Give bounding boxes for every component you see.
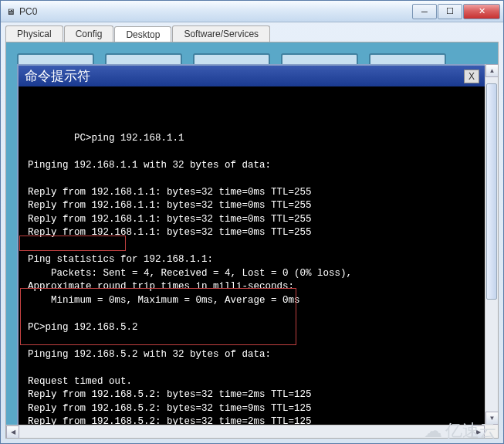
tab-desktop[interactable]: Desktop xyxy=(114,26,171,42)
watermark: ☁ 亿速云 xyxy=(424,419,496,442)
desktop-background: 命令提示符 X PC>ping 192.168.1.1 Pinging 192.… xyxy=(6,42,498,438)
minimize-button[interactable]: ─ xyxy=(412,4,437,19)
terminal-title-bar: 命令提示符 X xyxy=(19,66,485,86)
terminal-close-button[interactable]: X xyxy=(464,69,479,83)
close-button[interactable]: ✕ xyxy=(463,4,500,19)
content-area: 命令提示符 X PC>ping 192.168.1.1 Pinging 192.… xyxy=(5,42,499,439)
window-title: PC0 xyxy=(19,6,411,17)
app-window: 🖥 PC0 ─ ☐ ✕ Physical Config Desktop Soft… xyxy=(0,0,504,444)
title-bar: 🖥 PC0 ─ ☐ ✕ xyxy=(1,1,503,22)
highlight-annotation xyxy=(20,288,296,345)
tab-physical[interactable]: Physical xyxy=(5,25,63,42)
window-controls: ─ ☐ ✕ xyxy=(411,4,500,19)
tab-software-services[interactable]: Software/Services xyxy=(172,25,270,42)
tab-bar: Physical Config Desktop Software/Service… xyxy=(1,22,503,42)
maximize-button[interactable]: ☐ xyxy=(438,4,462,19)
app-icon: 🖥 xyxy=(4,5,16,18)
terminal-output[interactable]: PC>ping 192.168.1.1 Pinging 192.168.1.1 … xyxy=(19,86,485,432)
scroll-up-button[interactable]: ▲ xyxy=(485,64,499,77)
horizontal-scrollbar[interactable]: ◀ ▶ xyxy=(6,425,485,438)
scroll-thumb[interactable] xyxy=(486,83,497,300)
scroll-track[interactable] xyxy=(19,425,472,438)
highlight-annotation xyxy=(19,236,126,251)
command-prompt-window: 命令提示符 X PC>ping 192.168.1.1 Pinging 192.… xyxy=(17,64,487,433)
vertical-scrollbar[interactable]: ▲ ▼ xyxy=(485,64,498,425)
terminal-title-text: 命令提示符 xyxy=(25,67,90,85)
tab-config[interactable]: Config xyxy=(64,25,114,42)
cloud-icon: ☁ xyxy=(424,420,442,442)
watermark-text: 亿速云 xyxy=(445,419,496,442)
scroll-left-button[interactable]: ◀ xyxy=(6,425,19,439)
scroll-track[interactable] xyxy=(485,77,498,412)
